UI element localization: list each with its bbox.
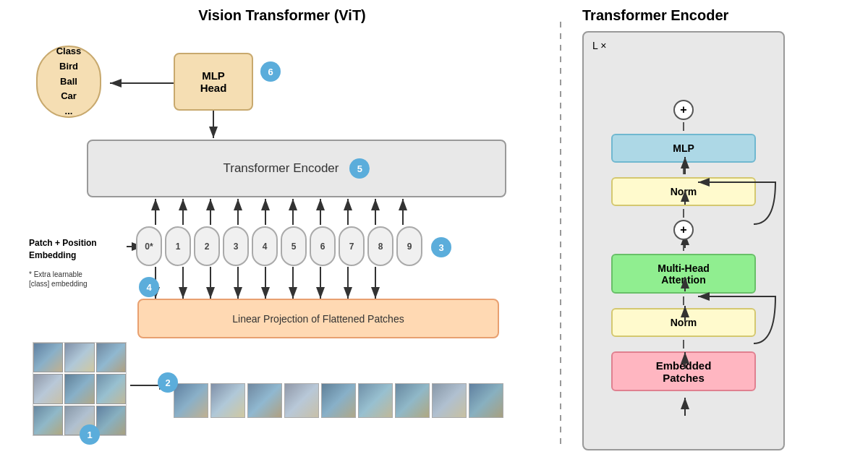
num-circle-6: 6 bbox=[260, 61, 281, 82]
mlp-head-label: MLPHead bbox=[200, 69, 227, 94]
attn-label: Multi-HeadAttention bbox=[658, 262, 710, 286]
img-patch-5 bbox=[64, 374, 94, 403]
vit-content: Class Bird Ball Car ... MLPHead 6 Transf… bbox=[29, 31, 535, 458]
embedded-patches-block: EmbeddedPatches bbox=[611, 351, 756, 391]
patch-7 bbox=[395, 383, 430, 418]
token-6: 6 bbox=[310, 226, 336, 266]
img-patch-9 bbox=[96, 406, 126, 435]
img-patch-3 bbox=[96, 343, 126, 372]
class-bird: Bird bbox=[59, 59, 78, 74]
enc-vline-5 bbox=[683, 296, 684, 305]
divider-line bbox=[560, 22, 561, 448]
img-patch-7 bbox=[33, 406, 63, 435]
enc-vline-2 bbox=[683, 166, 684, 174]
class-car: Car bbox=[61, 89, 77, 104]
patch-4 bbox=[284, 383, 319, 418]
extra-learnable-label: * Extra learnable[class] embedding bbox=[29, 270, 123, 289]
patch-2 bbox=[210, 383, 245, 418]
plus-circle-top: + bbox=[673, 100, 694, 120]
plus-circle-bottom: + bbox=[673, 220, 694, 240]
num-circle-4: 4 bbox=[139, 277, 159, 297]
enc-diagram: L × bbox=[582, 31, 785, 450]
enc-section: Transformer Encoder L × bbox=[571, 7, 854, 463]
token-8: 8 bbox=[367, 226, 393, 266]
token-4: 4 bbox=[252, 226, 278, 266]
mlp-head-box: MLPHead bbox=[174, 53, 253, 111]
img-patch-6 bbox=[96, 374, 126, 403]
transformer-encoder-box: Transformer Encoder 5 bbox=[87, 140, 506, 197]
patch-5 bbox=[321, 383, 356, 418]
linear-proj-label: Linear Projection of Flattened Patches bbox=[232, 313, 404, 325]
mlp-label: MLP bbox=[673, 142, 694, 154]
token-0: 0* bbox=[136, 226, 162, 266]
linear-proj-box: Linear Projection of Flattened Patches bbox=[137, 299, 499, 338]
main-container: Vision Transformer (ViT) bbox=[0, 0, 868, 470]
image-grid bbox=[33, 342, 127, 436]
num-circle-2: 2 bbox=[158, 372, 178, 393]
enc-vline-1 bbox=[683, 122, 684, 131]
token-7: 7 bbox=[339, 226, 365, 266]
norm-block-top: Norm bbox=[611, 177, 756, 206]
class-etc: ... bbox=[65, 104, 73, 119]
attn-block: Multi-HeadAttention bbox=[611, 254, 756, 294]
token-3: 3 bbox=[223, 226, 249, 266]
enc-title: Transformer Encoder bbox=[582, 7, 728, 24]
vit-section: Vision Transformer (ViT) bbox=[14, 7, 550, 463]
enc-vline-6 bbox=[683, 340, 684, 349]
img-patch-4 bbox=[33, 374, 63, 403]
enc-vline-4 bbox=[683, 242, 684, 251]
patch-3 bbox=[247, 383, 282, 418]
enc-vline-3 bbox=[683, 209, 684, 218]
lx-label: L × bbox=[592, 40, 606, 51]
img-patch-2 bbox=[64, 343, 94, 372]
token-2: 2 bbox=[194, 226, 220, 266]
token-1: 1 bbox=[165, 226, 191, 266]
patch-9 bbox=[469, 383, 503, 418]
img-patch-1 bbox=[33, 343, 63, 372]
norm-top-label: Norm bbox=[671, 186, 697, 197]
enc-content: + MLP Norm + bbox=[598, 61, 769, 394]
patch-pos-label: Patch + PositionEmbedding bbox=[29, 237, 123, 262]
tokens-row: 0* 1 2 3 4 5 6 7 8 9 bbox=[136, 226, 422, 266]
mlp-block: MLP bbox=[611, 134, 756, 163]
patches-row bbox=[174, 383, 503, 418]
token-9: 9 bbox=[396, 226, 422, 266]
embedded-patches-label: EmbeddedPatches bbox=[656, 359, 712, 384]
num-circle-5: 5 bbox=[349, 158, 370, 179]
vit-title: Vision Transformer (ViT) bbox=[198, 7, 366, 24]
num-circle-3: 3 bbox=[431, 237, 451, 257]
class-label: Class bbox=[56, 44, 82, 59]
patch-1 bbox=[174, 383, 208, 418]
patch-8 bbox=[432, 383, 467, 418]
transformer-enc-label: Transformer Encoder bbox=[224, 161, 339, 176]
norm-block-bottom: Norm bbox=[611, 308, 756, 337]
patch-6 bbox=[358, 383, 393, 418]
class-box: Class Bird Ball Car ... bbox=[36, 46, 101, 118]
norm-bottom-label: Norm bbox=[671, 317, 697, 328]
num-circle-1: 1 bbox=[80, 424, 100, 445]
token-5: 5 bbox=[281, 226, 307, 266]
class-ball: Ball bbox=[60, 74, 77, 90]
divider bbox=[550, 7, 571, 463]
